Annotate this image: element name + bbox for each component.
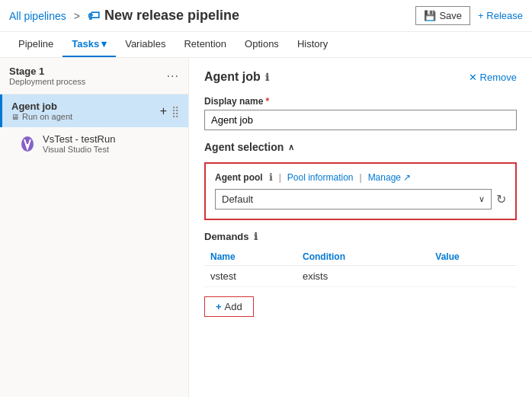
display-name-label: Display name * bbox=[204, 96, 517, 107]
breadcrumb-link[interactable]: All pipelines bbox=[9, 10, 66, 22]
left-panel: Stage 1 Deployment process ··· Agent job… bbox=[0, 58, 189, 397]
agent-pool-box: Agent pool ℹ | Pool information | Manage… bbox=[204, 162, 517, 220]
agent-selection-label: Agent selection bbox=[204, 141, 284, 153]
demands-table: Name Condition Value vstest exists bbox=[204, 248, 517, 287]
agent-job-info: Agent job 🖥 Run on agent bbox=[11, 101, 72, 121]
panel-header: Agent job ℹ ✕ Remove bbox=[204, 70, 517, 84]
demand-condition: exists bbox=[296, 266, 429, 287]
right-panel: Agent job ℹ ✕ Remove Display name * Agen… bbox=[189, 58, 532, 397]
stage-more-button[interactable]: ··· bbox=[167, 69, 179, 83]
agent-pool-label: Agent pool bbox=[215, 172, 263, 183]
stage-label: Stage 1 bbox=[9, 66, 85, 77]
top-bar: All pipelines > 🏷 New release pipeline 💾… bbox=[0, 0, 532, 32]
tab-variables[interactable]: Variables bbox=[116, 32, 175, 57]
pool-information-link[interactable]: Pool information bbox=[287, 172, 354, 183]
col-value: Value bbox=[429, 248, 517, 266]
vstest-icon bbox=[18, 135, 37, 153]
tab-retention[interactable]: Retention bbox=[175, 32, 236, 57]
tab-tasks[interactable]: Tasks ▾ bbox=[62, 32, 116, 57]
pool-sep-2: | bbox=[360, 172, 362, 183]
pool-dropdown-value: Default bbox=[222, 194, 253, 205]
required-star: * bbox=[265, 96, 269, 107]
pipeline-title-group: 🏷 New release pipeline bbox=[88, 8, 239, 24]
pool-dropdown-row: Default ∨ ↻ bbox=[215, 189, 506, 209]
demand-name: vstest bbox=[204, 266, 296, 287]
agent-job-item[interactable]: Agent job 🖥 Run on agent + ⣿ bbox=[0, 94, 188, 127]
pool-dropdown[interactable]: Default ∨ bbox=[215, 189, 492, 209]
stage-item: Stage 1 Deployment process ··· bbox=[0, 58, 188, 94]
agent-job-sub: 🖥 Run on agent bbox=[11, 112, 72, 121]
dropdown-chevron-icon: ∨ bbox=[479, 194, 485, 204]
top-bar-actions: 💾 Save + Release bbox=[415, 6, 523, 25]
demands-label: Demands bbox=[204, 231, 249, 242]
pipeline-title-text: New release pipeline bbox=[104, 8, 239, 24]
breadcrumb-separator: > bbox=[74, 10, 80, 22]
demands-header-row: Name Condition Value bbox=[204, 248, 517, 266]
breadcrumb-section: All pipelines > 🏷 New release pipeline bbox=[9, 8, 239, 24]
vstest-item[interactable]: VsTest - testRun Visual Studio Test bbox=[0, 127, 188, 160]
agent-job-actions: + ⣿ bbox=[160, 104, 179, 118]
save-button[interactable]: 💾 Save bbox=[415, 6, 470, 25]
demands-info-icon[interactable]: ℹ bbox=[254, 231, 258, 242]
manage-external-icon: ↗ bbox=[403, 172, 411, 183]
agent-selection-chevron-icon[interactable]: ∧ bbox=[288, 142, 294, 152]
drag-handle-icon: ⣿ bbox=[171, 105, 179, 117]
tab-history[interactable]: History bbox=[288, 32, 337, 57]
display-name-group: Display name * bbox=[204, 96, 517, 130]
pool-info-row: Agent pool ℹ | Pool information | Manage… bbox=[215, 171, 506, 183]
remove-x-icon: ✕ bbox=[469, 72, 477, 83]
refresh-icon: ↻ bbox=[496, 193, 506, 206]
agent-job-label: Agent job bbox=[11, 101, 72, 112]
agent-selection-header: Agent selection ∧ bbox=[204, 141, 517, 153]
remove-button[interactable]: ✕ Remove bbox=[469, 72, 517, 83]
save-label: Save bbox=[439, 10, 462, 21]
tab-options[interactable]: Options bbox=[236, 32, 288, 57]
main-layout: Stage 1 Deployment process ··· Agent job… bbox=[0, 58, 532, 397]
demands-thead: Name Condition Value bbox=[204, 248, 517, 266]
pool-info-icon[interactable]: ℹ bbox=[269, 171, 273, 183]
nav-tabs: Pipeline Tasks ▾ Variables Retention Opt… bbox=[0, 32, 532, 58]
pool-sep-1: | bbox=[279, 172, 281, 183]
pipeline-icon: 🏷 bbox=[88, 9, 100, 23]
stage-sub: Deployment process bbox=[9, 77, 85, 86]
col-condition: Condition bbox=[296, 248, 429, 266]
title-info-icon[interactable]: ℹ bbox=[265, 72, 269, 83]
stage-info: Stage 1 Deployment process bbox=[9, 66, 85, 86]
vstest-sub: Visual Studio Test bbox=[43, 145, 115, 154]
panel-title-text: Agent job bbox=[204, 70, 261, 84]
demands-tbody: vstest exists bbox=[204, 266, 517, 287]
add-icon: + bbox=[216, 301, 222, 312]
vstest-info: VsTest - testRun Visual Studio Test bbox=[43, 133, 115, 154]
add-task-button[interactable]: + bbox=[160, 104, 167, 118]
add-demand-button[interactable]: + Add bbox=[204, 296, 254, 317]
panel-title-group: Agent job ℹ bbox=[204, 70, 269, 84]
table-row: vstest exists bbox=[204, 266, 517, 287]
manage-link[interactable]: Manage ↗ bbox=[368, 172, 412, 183]
demands-header: Demands ℹ bbox=[204, 231, 517, 242]
add-label: Add bbox=[225, 301, 242, 312]
svg-point-1 bbox=[26, 144, 29, 147]
col-name: Name bbox=[204, 248, 296, 266]
display-name-input[interactable] bbox=[204, 110, 517, 130]
tab-pipeline[interactable]: Pipeline bbox=[9, 32, 62, 57]
save-icon: 💾 bbox=[424, 10, 436, 21]
tasks-dropdown-icon: ▾ bbox=[101, 38, 107, 50]
vstest-label: VsTest - testRun bbox=[43, 133, 115, 145]
demand-value bbox=[429, 266, 517, 287]
release-button[interactable]: + Release bbox=[478, 10, 523, 21]
agent-sub-icon: 🖥 bbox=[11, 113, 19, 121]
refresh-button[interactable]: ↻ bbox=[496, 192, 506, 206]
